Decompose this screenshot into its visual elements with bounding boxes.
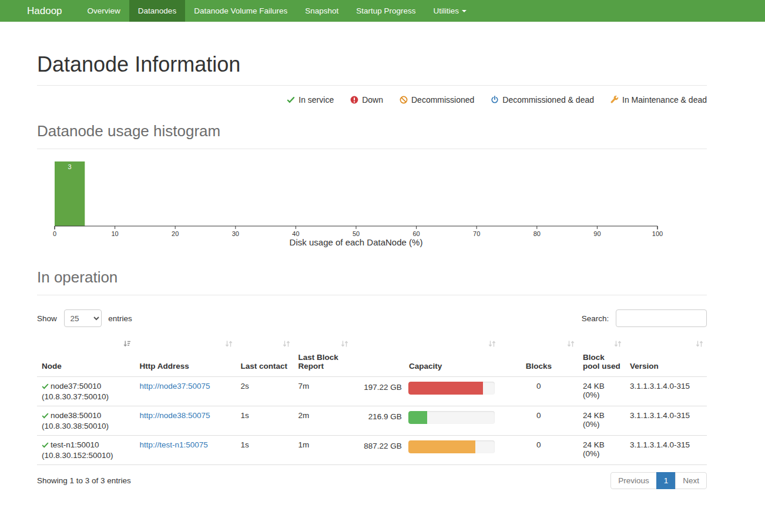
http-address-link[interactable]: http://node37:50075 <box>139 382 210 390</box>
nav-item-snapshot: Snapshot <box>296 0 347 22</box>
legend-item-in-maintenance-dead: In Maintenance & dead <box>610 95 707 105</box>
x-tick-label: 0 <box>53 230 56 237</box>
table-row: node38:50010(10.8.30.38:50010)http://nod… <box>37 406 707 436</box>
x-tick-label: 20 <box>172 230 179 237</box>
power-icon <box>491 96 499 104</box>
pagination-page-1: 1 <box>657 472 676 489</box>
nav-item-startup-progress: Startup Progress <box>347 0 424 22</box>
pagination: Previous1Next <box>611 472 707 489</box>
table-body: node37:50010(10.8.30.37:50010)http://nod… <box>37 377 707 465</box>
col-header-block-pool-used[interactable]: Block pool used <box>578 335 625 377</box>
datanode-usage-histogram: 30102030405060708090100Disk usage of eac… <box>37 160 707 251</box>
check-icon <box>287 96 295 104</box>
nav-item-datanodes: Datanodes <box>129 0 185 22</box>
navbar-menu: OverviewDatanodesDatanode Volume Failure… <box>79 0 476 22</box>
sort-both-icon <box>567 340 575 348</box>
col-label: Block pool used <box>583 353 620 371</box>
node-address: (10.8.30.38:50010) <box>42 422 130 430</box>
ban-icon <box>400 96 408 104</box>
capacity-progress-track <box>408 411 495 424</box>
col-label: Last Block Report <box>298 353 338 371</box>
node-address: (10.8.30.152:50010) <box>42 451 130 460</box>
legend-item-decommissioned: Decommissioned <box>400 95 474 105</box>
node-name: node38:50010 <box>51 411 101 420</box>
legend-item-down: Down <box>350 95 383 105</box>
legend-label: Decommissioned <box>411 95 474 105</box>
col-header-version[interactable]: Version <box>625 335 707 377</box>
block-pool-used-cell: 24 KB (0%) <box>578 436 625 465</box>
node-name: test-n1:50010 <box>51 440 99 449</box>
capacity-cell: 197.22 GB <box>352 377 499 406</box>
http-address-cell: http://node38:50075 <box>135 406 236 436</box>
legend-item-decommissioned-dead: Decommissioned & dead <box>491 95 594 105</box>
col-label: Version <box>630 362 659 371</box>
node-address: (10.8.30.37:50010) <box>42 392 130 401</box>
col-header-last-contact[interactable]: Last contact <box>236 335 294 377</box>
col-header-node[interactable]: Node <box>37 335 135 377</box>
table-row: node37:50010(10.8.30.37:50010)http://nod… <box>37 377 707 406</box>
x-tick-label: 70 <box>473 230 480 237</box>
col-header-http-address[interactable]: Http Address <box>135 335 236 377</box>
col-label: Http Address <box>139 362 189 371</box>
capacity-cell: 216.9 GB <box>352 406 499 436</box>
last-contact-cell: 2s <box>236 377 294 406</box>
nav-item-utilities: Utilities <box>425 0 476 22</box>
last-block-report-cell: 2m <box>294 406 352 436</box>
nav-link-datanodes[interactable]: Datanodes <box>129 0 185 22</box>
nav-link-datanode-volume-failures[interactable]: Datanode Volume Failures <box>185 0 296 22</box>
nav-link-startup-progress[interactable]: Startup Progress <box>347 0 424 22</box>
search-control: Search: <box>582 309 707 327</box>
table-footer: Showing 1 to 3 of 3 entries Previous1Nex… <box>37 472 707 489</box>
capacity-progress-track <box>408 440 495 453</box>
sort-both-icon <box>225 340 233 348</box>
pagination-next: Next <box>676 472 707 489</box>
pagination-next-link[interactable]: Next <box>675 472 707 489</box>
sort-both-icon <box>488 340 496 348</box>
node-cell: node38:50010(10.8.30.38:50010) <box>37 406 135 436</box>
blocks-cell: 0 <box>499 436 579 465</box>
http-address-link[interactable]: http://node38:50075 <box>139 411 210 420</box>
node-cell: node37:50010(10.8.30.37:50010) <box>37 377 135 406</box>
capacity-progress-bar <box>408 411 427 424</box>
legend-label: In service <box>298 95 334 105</box>
x-tick-label: 40 <box>292 230 299 237</box>
legend-label: Decommissioned & dead <box>502 95 594 105</box>
http-address-link[interactable]: http://test-n1:50075 <box>139 440 207 449</box>
col-header-blocks[interactable]: Blocks <box>499 335 579 377</box>
navbar: Hadoop OverviewDatanodesDatanode Volume … <box>0 0 765 22</box>
divider <box>37 149 707 149</box>
x-tick-label: 90 <box>593 230 600 237</box>
pagination-page-1-link[interactable]: 1 <box>656 472 676 489</box>
divider <box>37 85 707 86</box>
nav-link-utilities[interactable]: Utilities <box>425 0 476 22</box>
blocks-cell: 0 <box>499 377 579 406</box>
node-cell: test-n1:50010(10.8.30.152:50010) <box>37 436 135 465</box>
nav-item-overview: Overview <box>79 0 129 22</box>
blocks-cell: 0 <box>499 406 579 436</box>
http-address-cell: http://test-n1:50075 <box>135 436 236 465</box>
version-cell: 3.1.1.3.1.4.0-315 <box>625 436 707 465</box>
node-name: node37:50010 <box>51 382 101 390</box>
brand-link[interactable]: Hadoop <box>27 0 71 22</box>
histogram-bar <box>55 161 85 226</box>
version-cell: 3.1.1.3.1.4.0-315 <box>625 406 707 436</box>
nav-link-overview[interactable]: Overview <box>79 0 129 22</box>
page-title: Datanode Information <box>37 52 707 77</box>
in-operation-section-title: In operation <box>37 268 707 287</box>
capacity-value: 197.22 GB <box>357 382 402 392</box>
table-controls: Show 25 entries Search: <box>37 309 707 327</box>
pagination-previous: Previous <box>611 472 657 489</box>
page-size-select[interactable]: 25 <box>64 309 102 327</box>
pagination-previous-link[interactable]: Previous <box>610 472 657 489</box>
sort-both-icon <box>614 340 622 348</box>
col-header-capacity[interactable]: Capacity <box>352 335 499 377</box>
x-tick-label: 80 <box>534 230 541 237</box>
table-info: Showing 1 to 3 of 3 entries <box>37 476 131 485</box>
col-header-last-block-report[interactable]: Last Block Report <box>294 335 352 377</box>
col-label: Node <box>42 362 62 371</box>
last-block-report-cell: 7m <box>294 377 352 406</box>
table-row: test-n1:50010(10.8.30.152:50010)http://t… <box>37 436 707 465</box>
nav-link-snapshot[interactable]: Snapshot <box>296 0 347 22</box>
search-input[interactable] <box>616 309 707 327</box>
divider <box>37 295 707 295</box>
